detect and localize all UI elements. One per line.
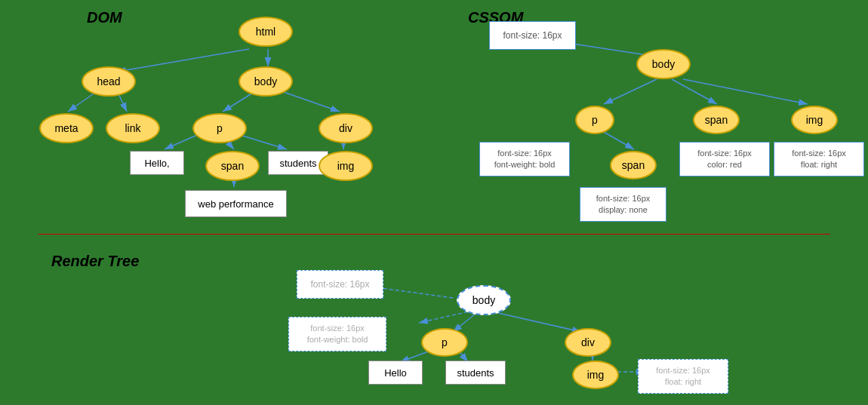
cssom-span-inner-props-box: font-size: 16pxdisplay: none: [580, 187, 666, 222]
svg-line-14: [604, 79, 657, 104]
dom-div-node: div: [319, 113, 373, 143]
rt-hello-text: Hello: [368, 361, 423, 385]
cssom-img-props-box: font-size: 16pxfloat: right: [774, 142, 864, 176]
svg-line-2: [117, 49, 249, 72]
dom-title: DOM: [87, 9, 122, 26]
rt-students-text: students: [445, 361, 506, 385]
cssom-span-inner-node: span: [610, 151, 657, 179]
dom-head-node: head: [82, 66, 136, 97]
dom-p-node: p: [192, 113, 247, 143]
dom-meta-node: meta: [39, 113, 94, 143]
cssom-body-font-box: font-size: 16px: [489, 21, 576, 50]
cssom-img-node: img: [791, 106, 838, 134]
rt-body-font-box: font-size: 16px: [297, 270, 383, 299]
cssom-body-node: body: [636, 49, 691, 79]
rt-img-node: img: [572, 361, 619, 389]
svg-line-21: [498, 313, 581, 332]
dom-img-node: img: [319, 151, 373, 181]
rt-p-props-box: font-size: 16pxfont-weight: bold: [288, 317, 386, 351]
cssom-p-node: p: [575, 106, 614, 134]
dom-body-node: body: [239, 66, 293, 97]
section-divider: [38, 234, 830, 235]
dom-link-node: link: [106, 113, 160, 143]
rt-img-props-box: font-size: 16pxfloat: right: [638, 359, 728, 394]
svg-line-15: [672, 79, 717, 104]
rt-div-node: div: [565, 328, 611, 357]
cssom-p-props-box: font-size: 16pxfont-weight: bold: [479, 142, 570, 176]
cssom-span-node: span: [693, 106, 740, 134]
cssom-span-props-box: font-size: 16pxcolor: red: [679, 142, 770, 176]
svg-line-7: [279, 91, 340, 112]
render-tree-title: Render Tree: [51, 253, 139, 270]
rt-body-node: body: [457, 285, 511, 315]
dom-hello-text: Hello,: [130, 151, 184, 175]
dom-web-perf-text: web performance: [185, 190, 287, 217]
svg-line-16: [683, 79, 808, 104]
dom-html-node: html: [239, 17, 293, 47]
dom-span-node: span: [205, 151, 260, 181]
rt-p-node: p: [421, 328, 468, 357]
svg-line-17: [604, 132, 634, 149]
